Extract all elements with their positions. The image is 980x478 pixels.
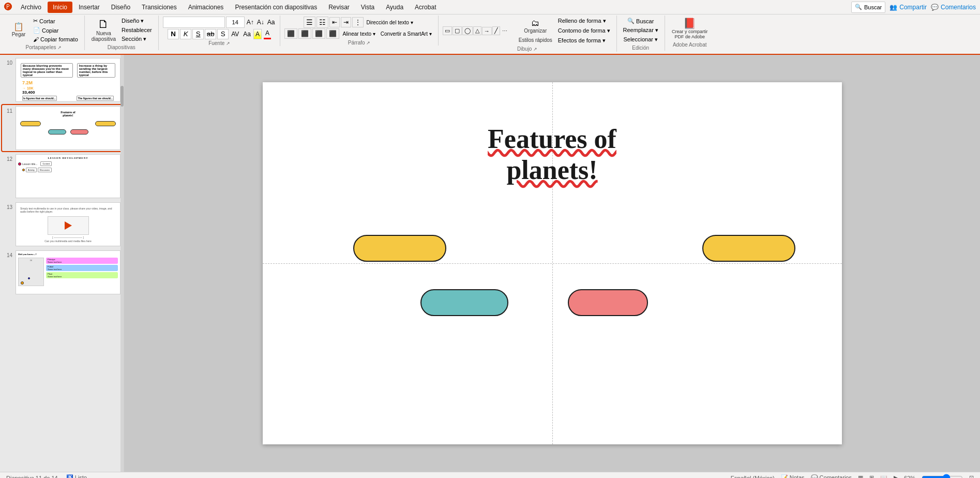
menu-ayuda[interactable]: Ayuda <box>381 2 409 13</box>
more-shapes[interactable]: ⋯ <box>501 27 509 34</box>
efectos-button[interactable]: Efectos de forma ▾ <box>556 36 612 45</box>
menu-diseno[interactable]: Diseño <box>106 2 135 13</box>
view-normal-button[interactable]: ▦ <box>858 474 863 478</box>
seccion-button[interactable]: Sección ▾ <box>119 35 154 43</box>
view-presenter-button[interactable]: ▶ <box>894 474 898 478</box>
reemplazar-button[interactable]: Reemplazar ▾ <box>621 26 660 35</box>
menu-insertar[interactable]: Insertar <box>73 2 105 13</box>
columns-button[interactable]: ⋮ <box>352 17 364 27</box>
paste-button[interactable]: 📋 Pegar <box>7 21 30 39</box>
text-align-button[interactable]: Alinear texto ▾ <box>340 30 377 38</box>
underline-button[interactable]: S <box>192 29 204 39</box>
copy-button[interactable]: 📄 Copiar <box>31 26 80 35</box>
pill-yellow-left[interactable] <box>353 235 446 262</box>
menu-vista[interactable]: Vista <box>356 2 380 13</box>
menu-presentacion[interactable]: Presentación con diapositivas <box>230 2 322 13</box>
align-right-button[interactable]: ⬛ <box>312 28 325 39</box>
text-dir-button[interactable]: Dirección del texto ▾ <box>365 19 415 26</box>
seleccionar-label: Seleccionar ▾ <box>623 36 658 43</box>
font-row1: 14 A↑ A↓ Aa <box>163 17 276 28</box>
relleno-button[interactable]: Relleno de forma ▾ <box>556 17 612 25</box>
pill-teal[interactable] <box>420 289 508 316</box>
font-shrink-button[interactable]: A↓ <box>256 18 265 27</box>
clipboard-col: ✂ Cortar 📄 Copiar 🖌 Copiar formato <box>31 17 80 43</box>
slide-canvas[interactable]: Features of planets! <box>263 82 842 444</box>
contorno-button[interactable]: Contorno de forma ▾ <box>556 26 612 35</box>
menu-inicio[interactable]: Inicio <box>48 2 72 13</box>
increase-indent-button[interactable]: ⇥ <box>341 17 351 27</box>
slide-thumb-10[interactable]: 10 Because blurring prevents many diseas… <box>2 57 122 103</box>
slide-thumb-14[interactable]: 14 Did you know...? 🗺 PríncipeSome text … <box>2 249 122 295</box>
oval-shape[interactable]: ◯ <box>462 26 473 35</box>
italic-button[interactable]: K <box>180 29 191 39</box>
triangle-shape[interactable]: △ <box>473 26 481 35</box>
seleccionar-button[interactable]: Seleccionar ▾ <box>621 35 660 44</box>
align-center-button[interactable]: ⬛ <box>298 28 311 39</box>
slide-thumb-12[interactable]: 12 Lesson Development Lesson title... Co… <box>2 153 122 199</box>
justify-button[interactable]: ⬛ <box>326 28 339 39</box>
fit-button[interactable]: ⊡ <box>969 474 974 478</box>
menu-animaciones[interactable]: Animaciones <box>183 2 229 13</box>
status-bar: Diapositiva 11 de 14 ♿ Listo Español (Mé… <box>0 472 980 478</box>
main-area: 10 Because blurring prevents many diseas… <box>0 55 980 472</box>
restablecer-button[interactable]: Restablecer <box>119 26 154 34</box>
font-grow-button[interactable]: A↑ <box>246 18 255 27</box>
share-button[interactable]: 👥 Compartir <box>889 4 927 11</box>
menu-revisar[interactable]: Revisar <box>323 2 355 13</box>
comments-status-button[interactable]: 💬 Comentarios <box>811 474 852 478</box>
smartart-button[interactable]: Convertir a SmartArt ▾ <box>379 30 434 38</box>
copy-label: Copiar <box>42 27 58 34</box>
pill-pink[interactable] <box>568 289 648 316</box>
shadow-button[interactable]: S <box>217 29 229 39</box>
arrow-shape[interactable]: → <box>482 27 492 35</box>
slide-title[interactable]: Features of planets! <box>263 124 842 186</box>
align-left-button[interactable]: ⬛ <box>284 28 297 39</box>
decrease-indent-button[interactable]: ⇤ <box>329 17 340 27</box>
font-name-input[interactable] <box>163 17 225 28</box>
font-row2: N K S ab S AV Aa A A <box>168 28 271 39</box>
pill-yellow-right[interactable] <box>702 235 795 262</box>
case-button[interactable]: Aa <box>242 29 252 39</box>
organizar-button[interactable]: 🗂 Organizar <box>516 18 555 35</box>
menu-archivo[interactable]: Archivo <box>16 2 47 13</box>
slide-thumb-11[interactable]: 11 Features ofplanets! <box>2 105 122 151</box>
search-box[interactable]: 🔍 Buscar <box>851 2 885 13</box>
line-shape[interactable]: ╱ <box>492 26 500 35</box>
copy-icon: 📄 <box>33 27 40 34</box>
strikethrough-button[interactable]: ab <box>205 29 216 39</box>
new-slide-button[interactable]: 🗋 Nuevadiapositiva <box>89 17 118 43</box>
bold-button[interactable]: N <box>168 29 179 39</box>
notes-button[interactable]: 📝 Notas <box>781 474 805 478</box>
view-slide-button[interactable]: ⊞ <box>869 474 874 478</box>
format-painter-button[interactable]: 🖌 Copiar formato <box>31 35 80 43</box>
search-label: Buscar <box>864 4 882 10</box>
view-reading-button[interactable]: 📖 <box>880 474 887 478</box>
slide-thumb-13[interactable]: 13 Simply test multimedia to use in your… <box>2 201 122 247</box>
font-size-input[interactable]: 14 <box>226 17 245 28</box>
bullets-button[interactable]: ☰ <box>304 17 315 28</box>
portapapeles-buttons: 📋 Pegar ✂ Cortar 📄 Copiar 🖌 Copiar forma… <box>7 16 80 43</box>
menu-acrobat[interactable]: Acrobat <box>410 2 441 13</box>
font-color-button[interactable]: A <box>264 28 271 39</box>
zoom-slider[interactable] <box>922 474 963 479</box>
accessibility-icon: ♿ <box>66 474 73 478</box>
slide-options-col: Diseño ▾ Restablecer Sección ▾ <box>119 17 154 43</box>
highlight-button[interactable]: A <box>253 29 262 39</box>
buscar-icon: 🔍 <box>627 18 635 24</box>
scrollbar-thumb[interactable] <box>120 86 124 107</box>
comments-button[interactable]: 💬 Comentarios <box>931 4 976 11</box>
clear-format-button[interactable]: Aa <box>266 18 276 27</box>
spacing-button[interactable]: AV <box>230 29 240 39</box>
numbering-button[interactable]: ☷ <box>316 17 328 28</box>
menu-transiciones[interactable]: Transiciones <box>137 2 182 13</box>
sidebar-scrollbar[interactable] <box>120 55 124 472</box>
ribbon: 📋 Pegar ✂ Cortar 📄 Copiar 🖌 Copiar forma… <box>0 14 980 55</box>
diseno-button[interactable]: Diseño ▾ <box>119 17 154 25</box>
rect-shape[interactable]: ▭ <box>443 26 452 35</box>
estilos-button[interactable]: Estilos rápidos <box>516 36 555 44</box>
round-rect-shape[interactable]: ▢ <box>453 26 462 35</box>
slide-preview-13: Simply test multimedia to use in your cl… <box>16 202 120 246</box>
cut-button[interactable]: ✂ Cortar <box>31 17 80 25</box>
buscar-button[interactable]: 🔍 Buscar <box>625 17 656 25</box>
adobe-pdf-button[interactable]: 📕 Crear y compartirPDF de Adobe <box>669 17 711 41</box>
